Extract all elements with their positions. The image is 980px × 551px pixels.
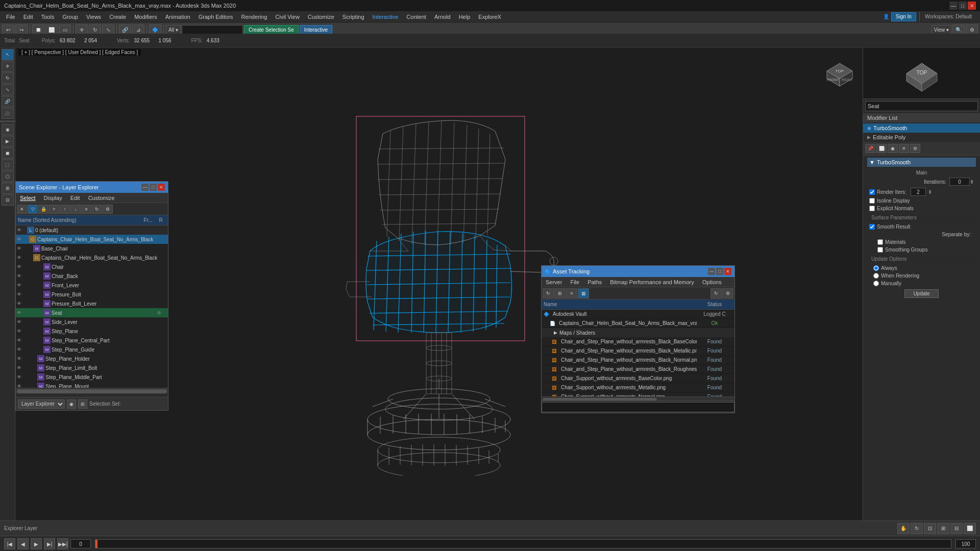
explorer-item-0[interactable]: 👁 L 0 (default) <box>16 226 168 235</box>
modifier-icon-1[interactable]: ⬜ <box>876 144 887 153</box>
explorer-item-cc2[interactable]: 👁 G Captains_Chair_Helm_Boat_Seat_No_Arm… <box>16 253 168 262</box>
manually-radio[interactable] <box>873 281 879 286</box>
explorer-item-sp-middle[interactable]: 👁 M Step_Plane_Middle_Part <box>16 372 168 382</box>
asset-tracking-close[interactable]: ✕ <box>724 268 731 275</box>
explicit-normals-checkbox[interactable] <box>869 206 875 211</box>
pin-icon[interactable]: 📌 <box>865 144 875 153</box>
render-iters-input[interactable] <box>911 188 926 196</box>
go-end-button[interactable]: ▶▶| <box>57 538 68 549</box>
menu-help[interactable]: Help <box>455 13 475 21</box>
left-tool-10[interactable]: ⊞ <box>2 183 14 194</box>
asset-item-tex3[interactable]: 🖼 Chair_and_Step_Plane_without_armrests_… <box>542 356 734 365</box>
asset-item-maxfile[interactable]: 📄 Captains_Chair_Helm_Boat_Seat_No_Arms_… <box>542 319 734 328</box>
left-tool-6[interactable]: ▶ <box>2 136 14 147</box>
explorer-footer-icon-2[interactable]: ⊞ <box>78 399 87 409</box>
asset-menu-bitmap[interactable]: Bitmap Performance and Memory <box>606 278 698 286</box>
asset-list[interactable]: 🔷 Autodesk Vault Logged C 📄 Captains_Cha… <box>542 310 734 406</box>
asset-tool-5[interactable]: ↻ <box>710 288 722 298</box>
zoom-extents-button[interactable]: ⊡ <box>924 523 936 534</box>
menu-modifiers[interactable]: Modifiers <box>130 13 161 21</box>
explorer-item-seat[interactable]: 👁 M Seat ⊕ <box>16 308 168 317</box>
iterations-spinner[interactable]: ⬍ <box>970 179 974 185</box>
menu-views[interactable]: Views <box>82 13 105 21</box>
asset-item-tex6[interactable]: 🖼 Chair_Support_without_armrests_Metalli… <box>542 383 734 392</box>
explorer-menu-display[interactable]: Display <box>40 194 66 202</box>
explorer-settings-btn[interactable]: ⚙ <box>103 205 113 214</box>
asset-tracking-minimize[interactable]: — <box>708 268 715 275</box>
go-start-button[interactable]: |◀ <box>4 538 15 549</box>
left-camera-tool[interactable]: 🎥 <box>2 108 14 119</box>
minimize-button[interactable]: — <box>949 2 958 10</box>
explorer-item-captains-chair[interactable]: 👁 G Captains_Chair_Helm_Boat_Seat_No_Arm… <box>16 235 168 244</box>
explorer-item-front-lever[interactable]: 👁 M Front_Lever <box>16 281 168 290</box>
navigator-display[interactable]: TOP <box>863 48 980 99</box>
asset-tool-4[interactable]: ▦ <box>578 288 589 298</box>
explorer-item-step-plane[interactable]: 👁 M Step_Plane <box>16 327 168 336</box>
left-tool-7[interactable]: ◼ <box>2 147 14 159</box>
explorer-item-sp-mount[interactable]: 👁 M Step_Plane_Mount <box>16 382 168 388</box>
left-tool-11[interactable]: ⊟ <box>2 194 14 206</box>
explorer-menu-edit[interactable]: Edit <box>66 194 84 202</box>
left-scale-tool[interactable]: ⤡ <box>2 84 14 95</box>
explorer-down-btn[interactable]: ↓ <box>70 205 81 214</box>
orbit-button[interactable]: ↻ <box>911 523 923 534</box>
iterations-input[interactable] <box>949 178 970 186</box>
close-button[interactable]: ✕ <box>968 2 976 10</box>
object-search-input[interactable] <box>865 101 978 111</box>
explorer-menu-select[interactable]: Select <box>16 194 40 202</box>
explorer-item-base-chair[interactable]: 👁 M Base_Chair <box>16 244 168 253</box>
cube-widget[interactable]: TOP FRONT RIGHT <box>822 53 857 89</box>
explorer-up-btn[interactable]: ↑ <box>60 205 70 214</box>
menu-tools[interactable]: Tools <box>37 13 59 21</box>
asset-menu-paths[interactable]: Paths <box>583 278 606 286</box>
min-max-toggle[interactable]: ⬜ <box>964 523 976 534</box>
asset-item-tex2[interactable]: 🖼 Chair_and_Step_Plane_without_armrests_… <box>542 346 734 356</box>
asset-item-tex1[interactable]: 🖼 Chair_and_Step_Plane_without_armrests_… <box>542 337 734 346</box>
asset-tracking-maximize[interactable]: □ <box>716 268 723 275</box>
explorer-item-chair-back[interactable]: 👁 M Chair_Back <box>16 271 168 281</box>
asset-tool-3[interactable]: ≡ <box>566 288 577 298</box>
explorer-sort-btn[interactable]: ≡ <box>81 205 91 214</box>
turbosmooth-header[interactable]: ▼ TurboSmooth <box>867 158 976 167</box>
left-link-tool[interactable]: 🔗 <box>2 96 14 107</box>
isoline-checkbox[interactable] <box>869 198 875 204</box>
menu-edit[interactable]: Edit <box>19 13 37 21</box>
explorer-delete-btn[interactable]: ✕ <box>17 205 27 214</box>
asset-group-maps[interactable]: ▶ Maps / Shaders <box>542 328 734 337</box>
scene-explorer-minimize[interactable]: — <box>141 184 149 191</box>
materials-checkbox[interactable] <box>877 239 883 245</box>
explorer-item-presure-bolt[interactable]: 👁 M Presure_Bolt <box>16 290 168 299</box>
explorer-footer-icon-1[interactable]: ◉ <box>67 399 76 409</box>
explorer-item-presure-bolt-lever[interactable]: 👁 M Presure_Bolt_Lever <box>16 299 168 308</box>
play-button[interactable]: ▶ <box>31 538 42 549</box>
pan-button[interactable]: ✋ <box>897 523 910 534</box>
left-move-tool[interactable]: ✛ <box>2 61 14 72</box>
scene-explorer-maximize[interactable]: □ <box>150 184 157 191</box>
next-frame-button[interactable]: ▶| <box>44 538 55 549</box>
explorer-refresh-btn[interactable]: ↻ <box>92 205 102 214</box>
maximize-button[interactable]: □ <box>959 2 967 10</box>
explorer-menu-customize[interactable]: Customize <box>84 194 119 202</box>
menu-arnold[interactable]: Arnold <box>430 13 455 21</box>
smoothing-groups-checkbox[interactable] <box>877 247 883 253</box>
asset-item-tex4[interactable]: 🖼 Chair_and_Step_Plane_without_armrests_… <box>542 365 734 374</box>
explorer-item-side-lever[interactable]: 👁 M Side_Lever <box>16 317 168 327</box>
left-rotate-tool[interactable]: ↻ <box>2 72 14 84</box>
explorer-hscrollbar[interactable] <box>16 388 168 394</box>
render-iters-checkbox[interactable] <box>869 189 875 195</box>
explorer-list[interactable]: 👁 L 0 (default) 👁 G Captains_Chair_Helm_… <box>16 226 168 388</box>
menu-scripting[interactable]: Scripting <box>338 13 369 21</box>
asset-menu-server[interactable]: Server <box>542 278 566 286</box>
asset-search-input[interactable] <box>542 402 734 412</box>
asset-tool-6[interactable]: ⚙ <box>722 288 733 298</box>
modifier-icon-4[interactable]: ⚙ <box>910 144 920 153</box>
field-of-view-button[interactable]: ⊞ <box>937 523 949 534</box>
modifier-turbosmooth[interactable]: ◉ TurboSmooth <box>863 123 980 133</box>
menu-customize[interactable]: Customize <box>304 13 338 21</box>
explorer-item-sp-limit[interactable]: 👁 M Step_Plane_Limit_Bolt <box>16 363 168 372</box>
asset-item-tex5[interactable]: 🖼 Chair_Support_without_armrests_BaseCol… <box>542 374 734 383</box>
when-rendering-radio[interactable] <box>873 273 879 279</box>
asset-item-vault[interactable]: 🔷 Autodesk Vault Logged C <box>542 310 734 319</box>
menu-explorex[interactable]: ExploreX <box>474 13 505 21</box>
left-tool-8[interactable]: ⬚ <box>2 159 14 170</box>
